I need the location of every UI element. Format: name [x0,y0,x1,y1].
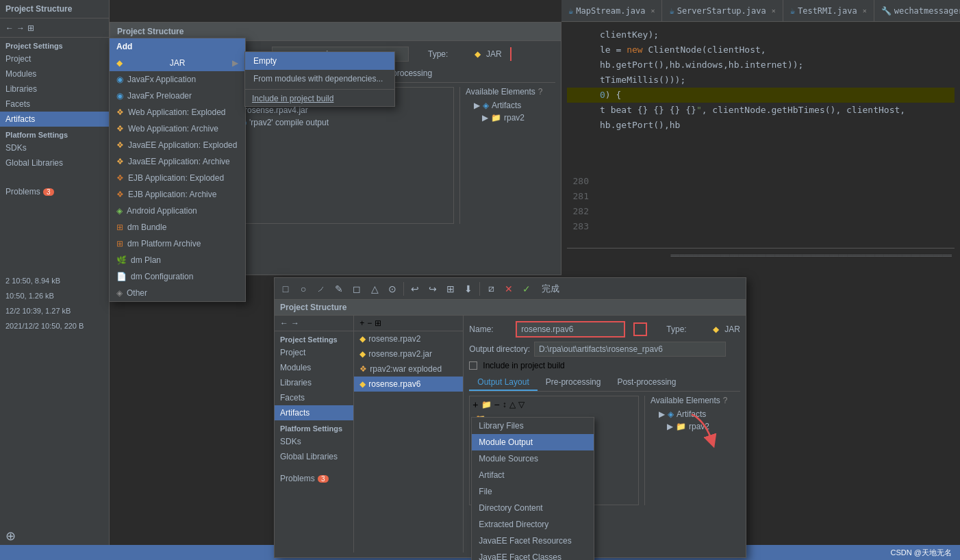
tab-close-icon[interactable]: ✕ [772,7,776,14]
dropdown-dm-platform[interactable]: ⊞ dm Platform Archive [110,236,245,252]
ctx-library-files[interactable]: Library Files [472,418,594,434]
ctx-module-output[interactable]: Module Output [472,434,594,450]
ps2-nav-project[interactable]: Project [275,345,353,360]
ps2-nav-modules[interactable]: Modules [275,360,353,375]
output-dir-input[interactable] [534,342,726,357]
available-elements-panel-2: Available Elements ? ▶ ◈ Artifacts ▶ 📁 r… [644,396,740,505]
nav-facets[interactable]: Facets [0,97,109,112]
ps2-forward-icon[interactable]: → [291,318,299,328]
nav-global-libs[interactable]: Global Libraries [0,155,109,170]
toolbar-icon-7[interactable]: ⊙ [384,281,401,297]
tab-wechat[interactable]: 🔧 wechatmessager_he ✕ [874,0,960,22]
ctx-module-sources[interactable]: Module Sources [472,450,594,467]
javaee-exploded-icon: ❖ [116,140,124,150]
tab-testrmi[interactable]: ☕ TestRMI.java ✕ [783,0,874,22]
artifact-copy-icon[interactable]: ⊞ [375,318,381,328]
ctx-javaee-facet-classes[interactable]: JavaEE Facet Classes [472,549,594,560]
toolbar-icon-1[interactable]: □ [277,281,294,297]
tab2-output-layout[interactable]: Output Layout [469,374,537,391]
dropdown-ejb-archive[interactable]: ❖ EJB Application: Archive [110,186,245,203]
ps2-nav-artifacts[interactable]: Artifacts [275,405,353,420]
expand-icon[interactable]: ▶ [474,101,480,110]
ps2-nav-libraries[interactable]: Libraries [275,375,353,390]
dropdown-javafx-preloader[interactable]: ◉ JavaFx Preloader [110,88,245,104]
dropdown-ejb-exploded[interactable]: ❖ EJB Application: Exploded [110,170,245,186]
ps2-nav-facets[interactable]: Facets [275,390,353,405]
tab-close-icon[interactable]: ✕ [650,7,655,14]
nav-copy[interactable]: ⊞ [27,23,34,33]
dropdown-javaee-exploded[interactable]: ❖ JavaEE Application: Exploded [110,137,245,153]
toolbar-icon-4[interactable]: ✎ [331,281,347,297]
expand3-icon[interactable]: ▶ [667,422,673,431]
toolbar-icon-12[interactable]: ⧄ [483,281,499,297]
artifact-rpav2[interactable]: ◆ rosense.rpav2 [354,331,463,346]
toolbar-icon-11[interactable]: ⬇ [460,281,477,297]
toolbar-done-label[interactable]: 完成 [536,283,565,295]
nav-forward[interactable]: → [16,23,25,33]
expand-icon-2[interactable]: ▶ [482,113,488,123]
artifact-remove-icon[interactable]: − [367,318,372,328]
expand2-icon[interactable]: ▶ [659,409,665,419]
nav-problems[interactable]: Problems 3 [0,184,109,199]
artifact-add-icon[interactable]: + [359,318,364,328]
nav-project[interactable]: Project [0,51,109,66]
type-value: JAR [486,49,502,59]
toolbar-close[interactable]: ✕ [501,281,517,297]
dropdown-other[interactable]: ◈ Other [110,285,245,301]
tree2-sort-icon[interactable]: ↕ [503,400,507,409]
nav-artifacts[interactable]: Artifacts [0,112,109,127]
nav-modules[interactable]: Modules [0,66,109,81]
tab-close-icon[interactable]: ✕ [863,7,867,14]
ctx-extracted-dir[interactable]: Extracted Directory [472,516,594,533]
name-input-2[interactable] [516,321,625,338]
include-checkbox[interactable] [469,361,477,370]
artifact-war-exploded[interactable]: ❖ rpav2:war exploded [354,361,463,377]
tree2-folder-icon[interactable]: 📁 [481,400,492,409]
dropdown-javaee-archive[interactable]: ❖ JavaEE Application: Archive [110,153,245,170]
toolbar-icon-6[interactable]: △ [366,281,383,297]
ctx-file[interactable]: File [472,483,594,500]
ctx-artifact[interactable]: Artifact [472,467,594,483]
ctx-javaee-facet-resources[interactable]: JavaEE Facet Resources [472,533,594,549]
tree2-up-icon[interactable]: △ [509,400,516,409]
artifact-rpav2-jar[interactable]: ◆ rosense.rpav2.jar [354,346,463,361]
toolbar-icon-10[interactable]: ⊞ [442,281,459,297]
tree2-down-icon[interactable]: ▽ [518,400,525,409]
tab-mapstream[interactable]: ☕ MapStream.java ✕ [561,0,662,22]
help-icon-2[interactable]: ? [723,396,728,405]
ctx-dir-content[interactable]: Directory Content [472,500,594,516]
ps2-back-icon[interactable]: ← [280,318,288,328]
dropdown-javafx-app[interactable]: ◉ JavaFx Application [110,71,245,88]
ps2-nav-sdks[interactable]: SDKs [275,434,353,449]
artifact-rpav6[interactable]: ◆ rosense.rpav6 [354,377,463,392]
include-project-build-link[interactable]: Include in project build [245,91,394,106]
tab2-postprocessing[interactable]: Post-processing [609,374,684,391]
nav-back[interactable]: ← [5,23,14,33]
toolbar-icon-5[interactable]: ◻ [349,281,365,297]
toolbar-icon-3[interactable]: ⟋ [313,281,329,297]
nav-libraries[interactable]: Libraries [0,81,109,97]
toolbar-icon-2[interactable]: ○ [295,281,312,297]
dropdown-dm-config[interactable]: 📄 dm Configuration [110,268,245,285]
toolbar-check[interactable]: ✓ [518,281,535,297]
tree2-add-icon[interactable]: + [472,399,478,410]
ps2-nav-problems[interactable]: Problems 3 [275,471,353,486]
submenu-empty[interactable]: Empty [245,52,394,70]
dropdown-dm-bundle[interactable]: ⊞ dm Bundle [110,219,245,236]
folder2-icon: 📁 [676,422,686,431]
dropdown-web-exploded[interactable]: ❖ Web Application: Exploded [110,104,245,120]
ps2-nav-global-libs[interactable]: Global Libraries [275,449,353,464]
dropdown-dm-plan[interactable]: 🌿 dm Plan [110,252,245,268]
dropdown-android-app[interactable]: ◈ Android Application [110,203,245,219]
toolbar-icon-8[interactable]: ↩ [407,281,423,297]
add-icon[interactable]: ⊕ [5,529,16,543]
nav-sdks[interactable]: SDKs [0,140,109,155]
tree2-remove-icon[interactable]: − [494,399,500,410]
tab2-preprocessing[interactable]: Pre-processing [538,374,609,391]
submenu-from-modules[interactable]: From modules with dependencies... [245,70,394,88]
help-icon[interactable]: ? [538,87,543,97]
dropdown-jar[interactable]: ◆ JAR ▶ [110,55,245,71]
tab-serverstartup[interactable]: ☕ ServerStartup.java ✕ [662,0,783,22]
toolbar-icon-9[interactable]: ↪ [425,281,441,297]
dropdown-web-archive[interactable]: ❖ Web Application: Archive [110,120,245,137]
